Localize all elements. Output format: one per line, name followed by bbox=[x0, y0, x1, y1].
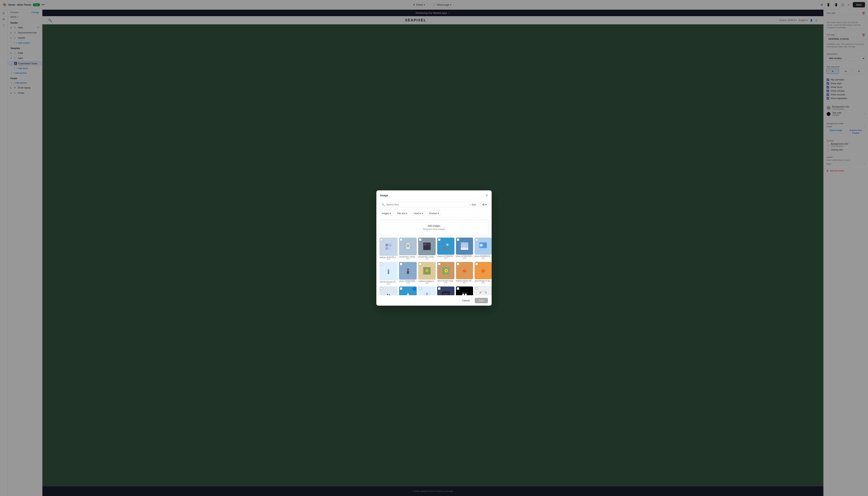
image-checkbox[interactable] bbox=[419, 287, 421, 290]
image-type: JPG bbox=[475, 282, 492, 284]
image-modal: Image × 🔍 ↕ Sort ⊞ ▾ Images ▾ File size … bbox=[376, 190, 492, 306]
svg-point-38 bbox=[387, 294, 388, 295]
modal-body: Add images Drag and drop images settings… bbox=[376, 217, 492, 295]
svg-rect-1 bbox=[389, 244, 391, 246]
filter-product-button[interactable]: Product ▾ bbox=[427, 211, 441, 216]
svg-point-26 bbox=[427, 270, 428, 271]
modal-toolbar: 🔍 ↕ Sort ⊞ ▾ bbox=[376, 200, 492, 210]
image-checkbox[interactable] bbox=[419, 238, 421, 241]
image-filename: stefanos-kogkas-b... bbox=[418, 280, 436, 282]
svg-rect-8 bbox=[427, 244, 430, 245]
image-item[interactable]: app-icon_ed5b30a...PNG bbox=[456, 286, 473, 295]
image-filename: settings_915fc793-1... bbox=[379, 257, 398, 259]
image-checkbox[interactable] bbox=[380, 263, 383, 265]
image-checkbox[interactable] bbox=[438, 238, 440, 241]
image-checkbox[interactable] bbox=[400, 287, 402, 290]
sort-icon: ↕ bbox=[469, 203, 471, 206]
image-type: JPG bbox=[379, 259, 398, 261]
filter-usedin-button[interactable]: Used in ▾ bbox=[411, 211, 425, 216]
modal-footer: Cancel Done bbox=[376, 295, 492, 306]
image-type: JPG bbox=[379, 283, 398, 285]
svg-rect-36 bbox=[385, 292, 392, 295]
image-checkbox[interactable] bbox=[457, 238, 459, 241]
image-item[interactable]: photo-1576837839...JPG bbox=[399, 262, 417, 285]
image-checkbox[interactable] bbox=[380, 238, 383, 241]
image-filename: perspective_mocku... bbox=[418, 256, 436, 258]
svg-rect-53 bbox=[465, 293, 467, 294]
modal-header: Image × bbox=[376, 190, 492, 200]
svg-rect-3 bbox=[389, 247, 391, 250]
sort-button[interactable]: ↕ Sort bbox=[467, 202, 478, 207]
cancel-button[interactable]: Cancel bbox=[459, 298, 473, 304]
image-type: JPG bbox=[456, 257, 473, 259]
image-item[interactable]: stefanos-kogkas-b...JPG bbox=[418, 262, 436, 285]
image-filename: photo-1576837839... bbox=[399, 280, 417, 282]
image-checkbox[interactable] bbox=[419, 263, 421, 265]
image-filename: hamish-duncan-XO... bbox=[379, 281, 398, 283]
image-item[interactable]: photo-1576837839...JPG bbox=[456, 237, 473, 261]
done-button[interactable]: Done bbox=[475, 298, 488, 303]
chevron-usedin: ▾ bbox=[422, 212, 423, 215]
image-type: JPG bbox=[475, 257, 492, 259]
image-type: JPG bbox=[399, 282, 417, 284]
svg-rect-16 bbox=[479, 248, 487, 250]
modal-close-button[interactable]: × bbox=[486, 193, 488, 197]
chevron-filesize: ▾ bbox=[406, 212, 407, 215]
image-item[interactable]: yann-allegre-yGprt...JPG bbox=[379, 286, 398, 295]
image-filename: gary-bendig-Yu-qa... bbox=[475, 280, 492, 282]
svg-rect-50 bbox=[462, 294, 464, 295]
image-filename: perspective_mocku... bbox=[399, 256, 417, 258]
filter-images-button[interactable]: Images ▾ bbox=[379, 211, 393, 216]
grid-view-button[interactable]: ⊞ ▾ bbox=[480, 202, 489, 207]
image-item[interactable]: photo-1599751449...WEBP bbox=[418, 286, 436, 295]
image-checkbox[interactable] bbox=[438, 263, 440, 265]
image-type: JPG bbox=[437, 282, 454, 284]
image-filename: photo-1584890131... bbox=[475, 255, 492, 257]
image-item[interactable]: perspective_mocku...JPG bbox=[399, 237, 417, 261]
svg-rect-13 bbox=[461, 248, 468, 250]
svg-rect-49 bbox=[461, 291, 468, 295]
image-checkbox[interactable] bbox=[457, 287, 459, 290]
selected-indicator: ✓ bbox=[413, 287, 416, 291]
image-item[interactable]: promo-video-poste...JPG bbox=[437, 286, 454, 295]
image-item[interactable]: ✓photo-1617939533...WEBP bbox=[399, 286, 417, 295]
image-checkbox[interactable] bbox=[475, 287, 478, 290]
image-item[interactable]: FullscreenSVG bbox=[475, 286, 492, 295]
search-box: 🔍 bbox=[379, 202, 465, 207]
image-checkbox[interactable] bbox=[457, 263, 459, 265]
add-images-button[interactable]: Add images bbox=[428, 224, 440, 227]
image-item[interactable]: hamish-duncan-XO...JPG bbox=[379, 262, 398, 285]
svg-rect-52 bbox=[462, 293, 464, 294]
image-type: JPG bbox=[418, 282, 436, 284]
image-checkbox[interactable] bbox=[475, 263, 478, 265]
image-checkbox[interactable] bbox=[400, 263, 402, 265]
image-checkbox[interactable] bbox=[438, 287, 440, 290]
image-checkbox[interactable] bbox=[380, 287, 383, 290]
search-input[interactable] bbox=[386, 203, 463, 206]
image-item[interactable]: aaron-burden-Xwg...JPG bbox=[437, 262, 454, 285]
filter-filesize-button[interactable]: File size ▾ bbox=[395, 211, 409, 216]
svg-point-29 bbox=[446, 270, 447, 272]
svg-point-44 bbox=[426, 293, 428, 295]
image-checkbox[interactable] bbox=[400, 238, 402, 241]
image-item[interactable]: gary-bendig-Yu-qa...JPG bbox=[475, 262, 492, 285]
upload-hint: Drag and drop images bbox=[384, 228, 484, 231]
chevron-product: ▾ bbox=[438, 212, 439, 215]
svg-rect-10 bbox=[442, 247, 450, 250]
search-icon: 🔍 bbox=[382, 203, 385, 206]
image-item[interactable]: perspective_mocku...JPG bbox=[418, 237, 436, 261]
image-item[interactable]: settings_915fc793-1...JPG bbox=[379, 237, 398, 261]
upload-area[interactable]: Add images Drag and drop images bbox=[379, 220, 489, 235]
svg-point-35 bbox=[482, 269, 484, 270]
svg-point-32 bbox=[464, 269, 465, 270]
svg-point-17 bbox=[480, 244, 483, 247]
image-item[interactable]: jeremy-vessey-oM...JPG bbox=[456, 262, 473, 285]
chevron-images: ▾ bbox=[390, 212, 391, 215]
svg-rect-2 bbox=[386, 247, 388, 250]
modal-overlay[interactable]: Image × 🔍 ↕ Sort ⊞ ▾ Images ▾ File size … bbox=[0, 0, 868, 496]
image-type: JPG bbox=[456, 282, 473, 284]
image-item[interactable]: photo-1584890131...JPG bbox=[475, 237, 492, 261]
image-checkbox[interactable] bbox=[475, 238, 478, 241]
image-filename: jeremy-vessey-oM... bbox=[456, 280, 473, 282]
image-item[interactable]: photo-1617939532...JPG bbox=[437, 237, 454, 261]
